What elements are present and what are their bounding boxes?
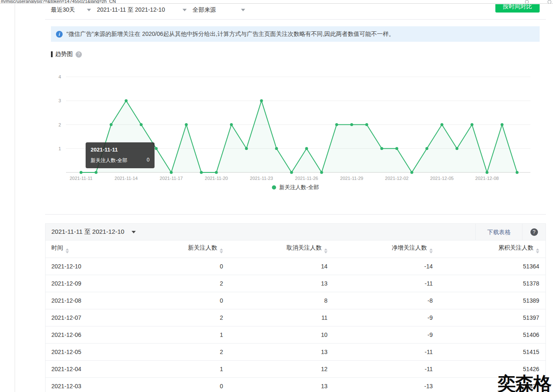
notice-banner: i “微信广告”来源的新增关注在 2020/06起从其他中拆分给出,计算方式与广… xyxy=(51,26,540,42)
source-dropdown[interactable]: 全部来源 xyxy=(193,6,251,14)
browser-action-icon[interactable] xyxy=(548,0,551,4)
table-row: 2021-12-10014-1451364 xyxy=(46,258,545,275)
watermark: 奕森格 xyxy=(497,374,551,392)
chevron-down-icon xyxy=(183,9,187,11)
legend-marker-icon xyxy=(272,185,276,190)
column-header-4[interactable]: 净增关注人数 xyxy=(327,240,433,258)
cell-value: 13 xyxy=(223,275,327,292)
user-analysis-page: 最近30天 2021-11-11 至 2021-12-10 全部来源 按时间对比… xyxy=(45,4,546,392)
table-body: 2021-12-10014-14513642021-12-09213-11513… xyxy=(46,258,545,392)
cell-value: 14 xyxy=(223,258,327,275)
trend-section: 趋势图 ? 12342021-11-112021-11-142021-11-17… xyxy=(45,51,546,215)
trend-help-icon[interactable]: ? xyxy=(76,51,82,58)
trend-chart-svg: 12342021-11-112021-11-142021-11-172021-1… xyxy=(45,61,546,183)
cell-value: 51406 xyxy=(433,326,545,343)
cell-value: 51364 xyxy=(433,258,545,275)
cell-value: 2 xyxy=(171,275,223,292)
table-range-label: 2021-11-11 至 2021-12-10 xyxy=(51,228,124,236)
date-range-label: 2021-11-11 至 2021-12-10 xyxy=(97,6,165,14)
svg-text:2021-11-29: 2021-11-29 xyxy=(340,176,363,181)
compare-by-time-button[interactable]: 按时间对比 xyxy=(495,4,540,13)
cell-value: -9 xyxy=(327,326,433,343)
cell-value: 51397 xyxy=(433,309,545,326)
sort-icon[interactable] xyxy=(536,248,539,253)
svg-text:2021-11-11: 2021-11-11 xyxy=(70,176,93,181)
table-row: 2021-12-0808-851389 xyxy=(46,292,545,309)
cell-value: 51389 xyxy=(433,292,545,309)
svg-text:3: 3 xyxy=(58,98,61,103)
column-header-label: 累积关注人数 xyxy=(498,244,533,251)
svg-text:1: 1 xyxy=(58,146,61,151)
table-header-row: 时间新关注人数取消关注人数净增关注人数累积关注人数 xyxy=(46,240,545,258)
sort-icon[interactable] xyxy=(429,248,433,253)
cell-value: -8 xyxy=(327,292,433,309)
cell-value: 13 xyxy=(223,343,327,360)
table-toolbar: 2021-11-11 至 2021-12-10 下载表格 ? xyxy=(46,224,545,240)
table-row: 2021-12-07211-951397 xyxy=(46,309,545,326)
cell-value: -13 xyxy=(327,377,433,392)
download-table-button[interactable]: 下载表格 xyxy=(475,224,522,240)
svg-text:2021-12-02: 2021-12-02 xyxy=(385,176,408,181)
stats-table: 时间新关注人数取消关注人数净增关注人数累积关注人数 2021-12-10014-… xyxy=(46,240,545,392)
svg-text:2021-11-23: 2021-11-23 xyxy=(250,176,273,181)
sort-icon[interactable] xyxy=(220,248,223,253)
column-header-2[interactable]: 新关注人数 xyxy=(171,240,223,258)
cell-value: -11 xyxy=(327,360,433,377)
table-help-icon[interactable]: ? xyxy=(530,228,538,236)
column-header-label: 取消关注人数 xyxy=(287,244,322,251)
cell-date: 2021-12-09 xyxy=(46,275,171,292)
browser-action-icon[interactable] xyxy=(525,0,529,4)
cell-value: 51378 xyxy=(433,275,545,292)
source-label: 全部来源 xyxy=(193,6,216,14)
table-range-dropdown[interactable]: 2021-11-11 至 2021-12-10 xyxy=(51,228,136,236)
trend-chart[interactable]: 12342021-11-112021-11-142021-11-172021-1… xyxy=(45,61,546,191)
date-range-dropdown[interactable]: 2021-11-11 至 2021-12-10 xyxy=(97,6,193,14)
svg-text:2021-11-26: 2021-11-26 xyxy=(295,176,318,181)
svg-text:2021-11-17: 2021-11-17 xyxy=(160,176,183,181)
column-header-5[interactable]: 累积关注人数 xyxy=(433,240,545,258)
table-row: 2021-12-04112-1151426 xyxy=(46,360,545,377)
cell-value: -11 xyxy=(327,343,433,360)
stats-table-card: 2021-11-11 至 2021-12-10 下载表格 ? 时间新关注人数取消… xyxy=(45,223,546,392)
filter-bar: 最近30天 2021-11-11 至 2021-12-10 全部来源 按时间对比 xyxy=(45,4,546,20)
chevron-down-icon xyxy=(241,9,245,11)
trend-title: 趋势图 xyxy=(55,51,73,58)
table-row: 2021-12-05213-1151415 xyxy=(46,343,545,360)
chevron-down-icon xyxy=(87,9,91,11)
column-header-1[interactable]: 时间 xyxy=(46,240,171,258)
column-header-3[interactable]: 取消关注人数 xyxy=(223,240,327,258)
svg-text:2021-12-08: 2021-12-08 xyxy=(475,176,499,181)
cell-value: 0 xyxy=(171,258,223,275)
cell-value: 1 xyxy=(171,360,223,377)
cell-date: 2021-12-08 xyxy=(46,292,171,309)
url-text: m/misc/useranalysis?=&token=147455021&la… xyxy=(1,0,116,4)
svg-text:2: 2 xyxy=(58,122,61,127)
cell-value: 0 xyxy=(171,292,223,309)
table-help-cell: ? xyxy=(522,224,545,240)
cell-date: 2021-12-10 xyxy=(46,258,171,275)
left-rail-divider xyxy=(15,4,15,392)
preset-dropdown[interactable]: 最近30天 xyxy=(51,6,97,14)
cell-value: 10 xyxy=(223,326,327,343)
notice-text: “微信广告”来源的新增关注在 2020/06起从其他中拆分给出,计算方式与广告主… xyxy=(66,30,395,38)
browser-url-bar[interactable]: m/misc/useranalysis?=&token=147455021&la… xyxy=(0,0,553,4)
column-header-label: 新关注人数 xyxy=(188,244,217,251)
table-row: 2021-12-09213-1151378 xyxy=(46,275,545,292)
svg-text:2021-11-14: 2021-11-14 xyxy=(114,176,137,181)
column-header-label: 时间 xyxy=(51,244,63,251)
title-bar-mark xyxy=(51,51,53,57)
cell-value: 2 xyxy=(171,309,223,326)
svg-text:2021-12-05: 2021-12-05 xyxy=(430,176,454,181)
info-icon: i xyxy=(56,31,63,38)
cell-date: 2021-12-03 xyxy=(46,377,171,392)
cell-value: 8 xyxy=(223,292,327,309)
cell-value: 1 xyxy=(171,326,223,343)
cell-value: 11 xyxy=(223,309,327,326)
cell-value: -14 xyxy=(327,258,433,275)
preset-label: 最近30天 xyxy=(51,6,75,14)
chevron-down-icon xyxy=(132,231,136,233)
cell-value: 2 xyxy=(171,343,223,360)
sort-icon[interactable] xyxy=(324,248,327,253)
chart-legend[interactable]: 新关注人数-全部 xyxy=(45,184,546,191)
sort-icon[interactable] xyxy=(66,248,69,253)
